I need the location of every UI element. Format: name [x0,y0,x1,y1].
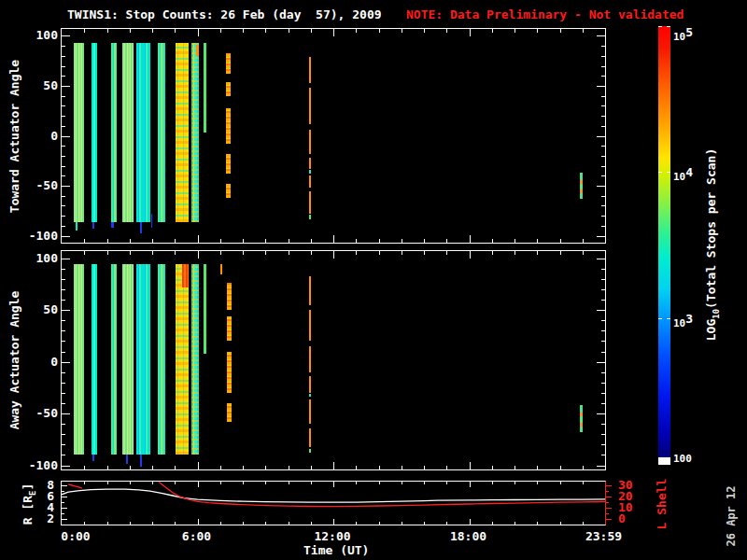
data-stripe [136,264,151,455]
data-speck [140,222,142,234]
data-dash [309,191,311,214]
x-axis-tick [356,466,357,469]
data-stripe [580,405,583,432]
data-stripe [92,43,97,222]
y-axis-tick [62,330,65,331]
data-speck [126,455,128,464]
data-dash [309,376,311,393]
data-dash [309,310,311,341]
x-axis-tick [175,251,176,255]
data-dash [226,108,231,145]
data-stripe [204,43,206,133]
data-stripe [204,264,206,353]
y-axis-tick [62,216,65,217]
y-tick-label: -50 [22,178,58,192]
y-axis-tick [62,466,70,467]
data-dash [309,57,311,83]
data-speck [92,222,94,229]
data-stripe [191,264,199,455]
y-axis-tick [601,46,605,47]
y-axis-tick [62,96,65,97]
y-axis-tick [62,76,65,77]
y-axis-tick [62,205,65,206]
data-dash [226,154,231,174]
y-axis-tick [62,175,65,176]
data-dash [309,346,311,372]
y-axis-tick [62,116,65,117]
x-axis-tick [289,239,289,243]
x-axis-title: Time (UT) [303,543,369,557]
data-dash [309,158,311,169]
y-axis-tick [62,279,65,280]
x-axis-tick [265,466,266,469]
preliminary-note: NOTE: Data Preliminary - Not validated [406,7,684,21]
y-axis-tick [597,466,605,467]
x-axis-tick [379,251,380,255]
y-axis-tick [62,156,65,157]
data-dash [226,53,231,74]
y-axis-tick [62,259,70,259]
y-axis-tick [62,383,65,384]
y-axis-tick [601,166,605,167]
y-tick-label: 0 [22,129,58,143]
y-axis-tick [62,289,65,290]
data-dash [309,394,311,397]
x-axis-tick [152,251,153,255]
x-axis-tick [379,239,380,243]
y-axis-tick [597,362,605,363]
x-axis-tick [424,239,425,243]
y-axis-tick [601,96,605,97]
data-stripe [111,43,117,222]
y-axis-tick [62,393,65,394]
x-tick-label: 6:00 [182,529,211,543]
colorbar-tick-label: 100 [673,453,692,465]
lshell-axis-label: L Shell [655,479,669,530]
x-axis-tick [84,239,85,243]
y-axis-tick [597,35,605,36]
x-axis-tick [492,239,493,243]
x-axis-tick [446,466,447,469]
y-axis-tick [62,56,65,57]
y-axis-tick [62,403,65,404]
x-axis-tick [514,251,515,255]
y-tick-label: -100 [22,458,58,472]
y-axis-tick [601,156,605,157]
y-axis-tick [601,341,605,342]
data-dash [309,399,311,425]
x-axis-tick [424,29,425,33]
lshell-axis-tick [605,519,612,520]
colorbar-tick [658,26,662,27]
x-axis-tick [492,251,493,255]
y-axis-tick [601,216,605,217]
r-tick-label: 8 [37,478,54,492]
x-axis-tick [220,239,221,243]
colorbar-tick-label: 105 [673,26,693,43]
lshell-axis-tick [605,508,612,509]
y-axis-tick [601,269,605,270]
data-dash [309,215,311,219]
twins1-stop-counts-figure: TWINS1: Stop Counts: 26 Feb (day 57), 20… [0,0,747,560]
y-axis-tick [601,403,605,404]
x-axis-tick [560,251,561,255]
y-axis-tick [62,146,65,147]
x-axis-tick [130,239,131,243]
x-axis-tick [130,29,131,33]
y-tick-label: 50 [22,302,58,316]
x-axis-tick [175,466,176,469]
data-dash [227,403,232,422]
y-axis-tick [597,136,605,137]
data-stripe [158,43,165,222]
x-axis-tick [492,29,493,33]
x-axis-tick [198,251,199,259]
y-axis-tick [597,413,605,414]
data-dash [309,170,311,174]
x-axis-tick [583,466,584,469]
x-axis-tick [175,239,176,243]
data-stripe [580,173,583,199]
data-dash [309,130,311,154]
x-axis-tick [379,29,380,33]
y-tick-label: -100 [22,229,58,243]
y-axis-tick [62,300,65,301]
colorbar-tick-label: 104 [673,166,693,183]
x-axis-tick [265,29,266,33]
